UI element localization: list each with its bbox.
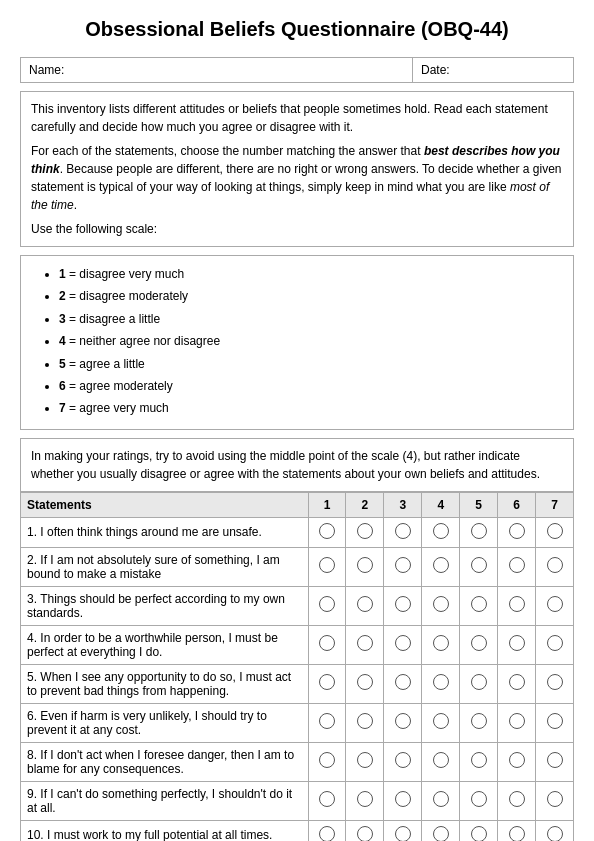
- radio-option-3[interactable]: [395, 713, 411, 729]
- radio-option-2[interactable]: [357, 635, 373, 651]
- name-label: Name:: [29, 63, 64, 77]
- name-date-row: Name: Date:: [20, 57, 574, 83]
- radio-option-1[interactable]: [319, 557, 335, 573]
- radio-option-5[interactable]: [471, 752, 487, 768]
- radio-cell-6: [498, 625, 536, 664]
- radio-option-1[interactable]: [319, 674, 335, 690]
- radio-option-5[interactable]: [471, 596, 487, 612]
- radio-option-1[interactable]: [319, 635, 335, 651]
- radio-cell-7: [536, 625, 574, 664]
- radio-option-4[interactable]: [433, 557, 449, 573]
- radio-option-7[interactable]: [547, 674, 563, 690]
- radio-option-7[interactable]: [547, 826, 563, 841]
- radio-option-4[interactable]: [433, 791, 449, 807]
- table-header-row: Statements 1 2 3 4 5 6 7: [21, 492, 574, 517]
- radio-option-7[interactable]: [547, 557, 563, 573]
- radio-cell-7: [536, 820, 574, 841]
- scale-item-5: 5 = agree a little: [59, 354, 563, 374]
- radio-cell-2: [346, 625, 384, 664]
- radio-option-2[interactable]: [357, 791, 373, 807]
- radio-option-3[interactable]: [395, 826, 411, 841]
- radio-option-3[interactable]: [395, 557, 411, 573]
- radio-option-7[interactable]: [547, 713, 563, 729]
- radio-option-3[interactable]: [395, 752, 411, 768]
- radio-option-3[interactable]: [395, 674, 411, 690]
- radio-option-5[interactable]: [471, 523, 487, 539]
- intro-p3: Use the following scale:: [31, 220, 563, 238]
- radio-cell-7: [536, 586, 574, 625]
- radio-option-6[interactable]: [509, 557, 525, 573]
- radio-option-4[interactable]: [433, 752, 449, 768]
- radio-option-4[interactable]: [433, 674, 449, 690]
- radio-option-3[interactable]: [395, 523, 411, 539]
- radio-option-2[interactable]: [357, 596, 373, 612]
- radio-option-1[interactable]: [319, 713, 335, 729]
- radio-option-2[interactable]: [357, 557, 373, 573]
- radio-option-3[interactable]: [395, 791, 411, 807]
- table-row: 3. Things should be perfect according to…: [21, 586, 574, 625]
- radio-option-4[interactable]: [433, 523, 449, 539]
- intro-p1: This inventory lists different attitudes…: [31, 100, 563, 136]
- radio-cell-3: [384, 586, 422, 625]
- radio-option-4[interactable]: [433, 713, 449, 729]
- radio-option-6[interactable]: [509, 674, 525, 690]
- radio-option-2[interactable]: [357, 826, 373, 841]
- radio-option-5[interactable]: [471, 635, 487, 651]
- table-row: 6. Even if harm is very unlikely, I shou…: [21, 703, 574, 742]
- radio-cell-4: [422, 742, 460, 781]
- radio-option-3[interactable]: [395, 635, 411, 651]
- radio-cell-6: [498, 820, 536, 841]
- radio-cell-4: [422, 703, 460, 742]
- radio-option-2[interactable]: [357, 713, 373, 729]
- radio-cell-7: [536, 664, 574, 703]
- radio-cell-1: [308, 547, 346, 586]
- radio-option-7[interactable]: [547, 635, 563, 651]
- radio-cell-1: [308, 586, 346, 625]
- radio-option-5[interactable]: [471, 674, 487, 690]
- radio-option-6[interactable]: [509, 713, 525, 729]
- radio-option-5[interactable]: [471, 557, 487, 573]
- col-1: 1: [308, 492, 346, 517]
- radio-option-7[interactable]: [547, 596, 563, 612]
- radio-option-1[interactable]: [319, 523, 335, 539]
- radio-option-7[interactable]: [547, 523, 563, 539]
- radio-option-5[interactable]: [471, 713, 487, 729]
- radio-option-6[interactable]: [509, 752, 525, 768]
- radio-cell-5: [460, 625, 498, 664]
- radio-cell-4: [422, 586, 460, 625]
- radio-option-6[interactable]: [509, 523, 525, 539]
- radio-cell-4: [422, 781, 460, 820]
- radio-option-3[interactable]: [395, 596, 411, 612]
- radio-option-5[interactable]: [471, 791, 487, 807]
- radio-option-2[interactable]: [357, 674, 373, 690]
- radio-option-6[interactable]: [509, 635, 525, 651]
- radio-option-2[interactable]: [357, 523, 373, 539]
- radio-cell-6: [498, 517, 536, 547]
- radio-option-4[interactable]: [433, 635, 449, 651]
- instruction-text: In making your ratings, try to avoid usi…: [31, 449, 540, 481]
- radio-option-7[interactable]: [547, 791, 563, 807]
- radio-cell-6: [498, 664, 536, 703]
- radio-option-1[interactable]: [319, 596, 335, 612]
- radio-option-5[interactable]: [471, 826, 487, 841]
- scale-item-6: 6 = agree moderately: [59, 376, 563, 396]
- radio-cell-5: [460, 820, 498, 841]
- radio-option-1[interactable]: [319, 752, 335, 768]
- radio-option-2[interactable]: [357, 752, 373, 768]
- scale-item-4: 4 = neither agree nor disagree: [59, 331, 563, 351]
- radio-option-6[interactable]: [509, 791, 525, 807]
- radio-cell-3: [384, 625, 422, 664]
- radio-cell-4: [422, 517, 460, 547]
- radio-option-1[interactable]: [319, 791, 335, 807]
- bold-italic-text: best describes how you think: [31, 144, 560, 176]
- radio-option-7[interactable]: [547, 752, 563, 768]
- radio-option-6[interactable]: [509, 826, 525, 841]
- radio-cell-5: [460, 586, 498, 625]
- radio-option-4[interactable]: [433, 596, 449, 612]
- radio-cell-7: [536, 547, 574, 586]
- radio-option-4[interactable]: [433, 826, 449, 841]
- radio-option-6[interactable]: [509, 596, 525, 612]
- statement-cell: 6. Even if harm is very unlikely, I shou…: [21, 703, 309, 742]
- radio-option-1[interactable]: [319, 826, 335, 841]
- radio-cell-6: [498, 586, 536, 625]
